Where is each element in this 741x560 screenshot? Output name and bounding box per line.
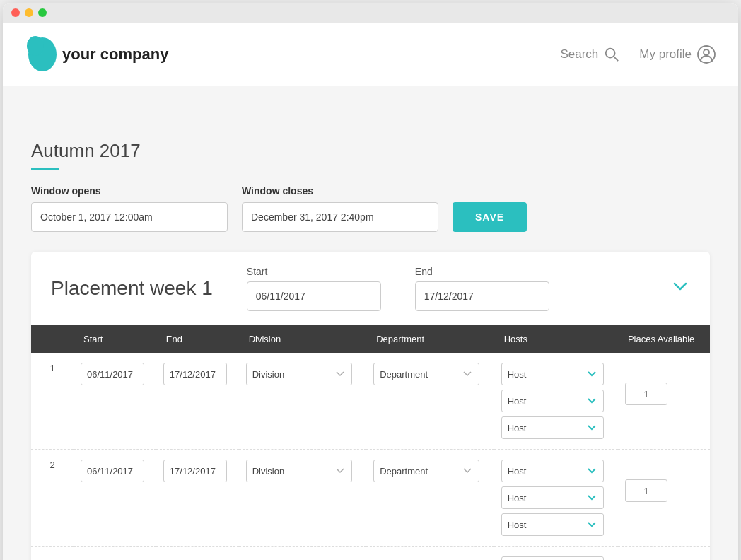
title-bar xyxy=(3,3,738,23)
svg-point-5 xyxy=(704,49,709,55)
window-closes-input[interactable] xyxy=(242,202,438,232)
search-label: Search xyxy=(560,47,598,62)
row-end-cell xyxy=(156,450,239,547)
top-nav: your company Search My profile xyxy=(3,23,738,86)
minimize-button[interactable] xyxy=(25,8,33,17)
row-department-cell: Department xyxy=(366,450,494,547)
row1-host3-select[interactable]: Host xyxy=(501,416,604,439)
sub-nav xyxy=(3,86,738,117)
table-row: 2 Division xyxy=(31,450,710,547)
row1-end-input[interactable] xyxy=(163,363,227,385)
col-header-places: Places Available xyxy=(618,325,710,353)
search-icon xyxy=(604,47,619,62)
placement-start-group: Start xyxy=(247,266,381,311)
row2-host1-select[interactable]: Host xyxy=(501,460,604,482)
row-start-cell xyxy=(74,450,156,547)
save-button[interactable]: SAVE xyxy=(453,202,527,232)
row-end-cell xyxy=(156,547,239,561)
hosts-container: Host Host Host xyxy=(501,363,611,439)
col-header-hosts: Hosts xyxy=(494,325,618,353)
row2-host3-select[interactable]: Host xyxy=(501,513,604,536)
row-start-cell xyxy=(74,353,156,450)
row-division-cell xyxy=(239,547,367,561)
row-end-cell xyxy=(156,353,239,450)
row2-department-select[interactable]: Department xyxy=(373,460,479,482)
hosts-container: Host Host Host xyxy=(501,460,611,536)
window-closes-label: Window closes xyxy=(242,185,438,197)
row-number xyxy=(31,547,74,561)
placement-end-label: End xyxy=(415,266,549,277)
table-row: Host xyxy=(31,547,710,561)
row1-places-input[interactable] xyxy=(625,383,667,405)
row2-host2-select[interactable]: Host xyxy=(501,486,604,509)
col-header-department: Department xyxy=(366,325,494,353)
window-opens-label: Window opens xyxy=(31,185,228,197)
row1-department-select[interactable]: Department xyxy=(373,363,479,385)
nav-right: Search My profile xyxy=(560,45,716,64)
row-number: 2 xyxy=(31,450,74,547)
col-header-start: Start xyxy=(74,325,156,353)
profile-icon xyxy=(697,45,716,64)
main-content: Autumn 2017 Window opens Window closes S… xyxy=(3,117,738,560)
row-department-cell xyxy=(366,547,494,561)
placement-title: Placement week 1 xyxy=(51,277,213,300)
placement-card: Placement week 1 Start End xyxy=(31,252,710,560)
window-closes-group: Window closes xyxy=(242,185,438,232)
season-title: Autumn 2017 xyxy=(31,140,710,162)
row1-start-input[interactable] xyxy=(81,363,144,385)
svg-point-2 xyxy=(606,48,615,57)
row-hosts-cell: Host xyxy=(494,547,618,561)
collapse-button[interactable] xyxy=(670,276,690,301)
table-header: Start End Division Department Hosts Plac… xyxy=(31,325,710,353)
window-opens-group: Window opens xyxy=(31,185,228,232)
placement-header: Placement week 1 Start End xyxy=(31,252,710,325)
row2-start-input[interactable] xyxy=(81,460,144,482)
row-places-cell xyxy=(618,353,710,450)
window-opens-input[interactable] xyxy=(31,202,228,232)
hosts-container: Host xyxy=(501,556,611,560)
logo-area: your company xyxy=(25,35,560,74)
row-places-cell xyxy=(618,450,710,547)
col-header-end: End xyxy=(156,325,239,353)
row1-host2-select[interactable]: Host xyxy=(501,390,604,412)
profile-label: My profile xyxy=(639,47,692,62)
search-button[interactable]: Search xyxy=(560,47,619,62)
maximize-button[interactable] xyxy=(38,8,47,17)
placement-table: Start End Division Department Hosts Plac… xyxy=(31,325,710,560)
row-department-cell: Department xyxy=(366,353,494,450)
row-hosts-cell: Host Host Host xyxy=(494,353,618,450)
placement-start-input[interactable] xyxy=(247,281,381,311)
row-start-cell xyxy=(74,547,156,561)
row2-end-input[interactable] xyxy=(163,460,227,482)
placement-end-input[interactable] xyxy=(415,281,549,311)
row-division-cell: Division xyxy=(239,450,367,547)
title-underline xyxy=(31,168,59,170)
row2-division-select[interactable]: Division xyxy=(246,460,352,482)
col-header-division: Division xyxy=(239,325,367,353)
row-division-cell: Division xyxy=(239,353,367,450)
row-number: 1 xyxy=(31,353,74,450)
logo-text: your company xyxy=(62,45,168,64)
chevron-down-icon xyxy=(670,276,690,296)
row-places-cell xyxy=(618,547,710,561)
svg-line-3 xyxy=(614,57,619,61)
row1-host1-select[interactable]: Host xyxy=(501,363,604,385)
profile-button[interactable]: My profile xyxy=(639,45,716,64)
row3-host1-select[interactable]: Host xyxy=(501,556,604,560)
logo-icon xyxy=(25,35,59,74)
row2-places-input[interactable] xyxy=(625,479,667,502)
table-row: 1 Division xyxy=(31,353,710,450)
placement-start-label: Start xyxy=(247,266,381,277)
placement-end-group: End xyxy=(415,266,549,311)
row1-division-select[interactable]: Division xyxy=(246,363,352,385)
col-header-num xyxy=(31,325,74,353)
window-fields: Window opens Window closes SAVE xyxy=(31,185,710,232)
close-button[interactable] xyxy=(11,8,20,17)
row-hosts-cell: Host Host Host xyxy=(494,450,618,547)
svg-point-1 xyxy=(27,36,44,56)
